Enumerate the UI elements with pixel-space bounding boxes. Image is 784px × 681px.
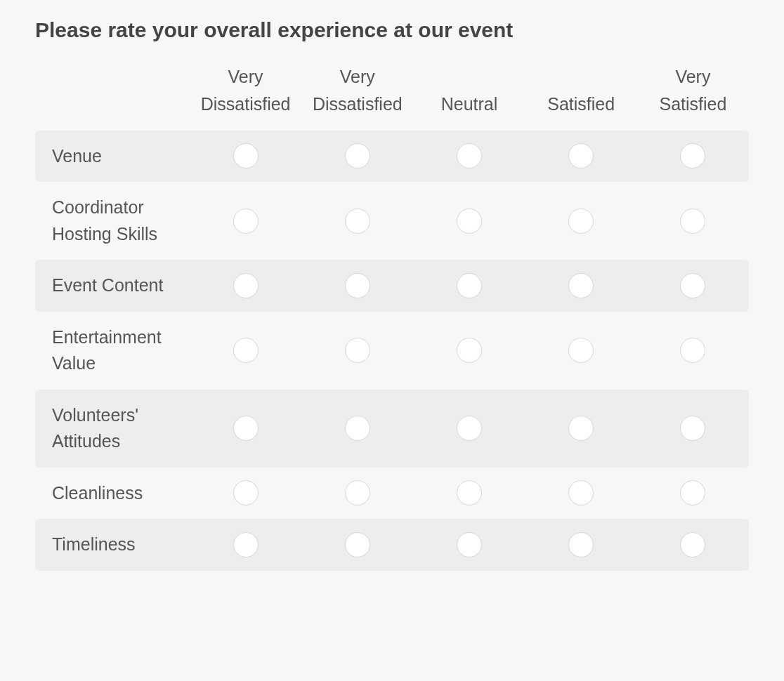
radio-button[interactable] (233, 273, 259, 298)
row-label: Cleanliness (35, 480, 190, 507)
option-cell (525, 416, 637, 441)
radio-button[interactable] (457, 209, 482, 234)
radio-button[interactable] (457, 273, 482, 298)
option-cell (301, 209, 413, 234)
option-cell (413, 209, 525, 234)
radio-button[interactable] (457, 143, 482, 168)
option-cell (525, 209, 637, 234)
radio-button[interactable] (680, 273, 705, 298)
radio-button[interactable] (568, 338, 594, 363)
column-header: Neutral (413, 91, 525, 118)
radio-button[interactable] (233, 338, 259, 363)
option-cell (190, 273, 301, 298)
radio-button[interactable] (568, 532, 594, 557)
column-header: Very Dissatisfied (190, 63, 301, 118)
option-cell (301, 273, 413, 298)
option-cell (637, 338, 749, 363)
option-cell (525, 532, 637, 557)
radio-button[interactable] (233, 532, 259, 557)
column-header: Satisfied (525, 91, 637, 118)
radio-button[interactable] (345, 338, 370, 363)
option-cell (301, 480, 413, 505)
radio-button[interactable] (680, 480, 705, 505)
radio-button[interactable] (680, 143, 705, 168)
radio-button[interactable] (457, 416, 482, 441)
matrix-row-cleanliness: Cleanliness (35, 468, 749, 520)
option-cell (525, 273, 637, 298)
option-cell (190, 143, 301, 168)
radio-button[interactable] (568, 143, 594, 168)
radio-button[interactable] (233, 143, 259, 168)
option-cell (525, 143, 637, 168)
option-cell (413, 416, 525, 441)
likert-matrix: Very Dissatisfied Very Dissatisfied Neut… (35, 63, 749, 571)
column-header: Very Dissatisfied (301, 63, 413, 118)
matrix-row-venue: Venue (35, 131, 749, 183)
option-cell (525, 338, 637, 363)
radio-button[interactable] (568, 480, 594, 505)
radio-button[interactable] (345, 480, 370, 505)
radio-button[interactable] (568, 273, 594, 298)
option-cell (301, 532, 413, 557)
radio-button[interactable] (345, 273, 370, 298)
radio-button[interactable] (568, 416, 594, 441)
option-cell (190, 416, 301, 441)
option-cell (637, 143, 749, 168)
radio-button[interactable] (345, 143, 370, 168)
row-label: Venue (35, 143, 190, 170)
radio-button[interactable] (680, 416, 705, 441)
option-cell (637, 209, 749, 234)
option-cell (637, 532, 749, 557)
matrix-row-timeliness: Timeliness (35, 519, 749, 571)
radio-button[interactable] (568, 209, 594, 234)
option-cell (637, 416, 749, 441)
radio-button[interactable] (457, 338, 482, 363)
survey-question-title: Please rate your overall experience at o… (35, 18, 749, 42)
option-cell (190, 338, 301, 363)
option-cell (637, 480, 749, 505)
radio-button[interactable] (457, 532, 482, 557)
row-label: Timeliness (35, 531, 190, 558)
option-cell (301, 143, 413, 168)
matrix-row-entertainment: Entertainment Value (35, 312, 749, 390)
radio-button[interactable] (233, 416, 259, 441)
row-label: Event Content (35, 272, 190, 299)
row-label: Volunteers' Attitudes (35, 402, 190, 455)
option-cell (413, 338, 525, 363)
option-cell (413, 480, 525, 505)
radio-button[interactable] (345, 532, 370, 557)
option-cell (413, 532, 525, 557)
option-cell (413, 143, 525, 168)
option-cell (190, 209, 301, 234)
radio-button[interactable] (457, 480, 482, 505)
option-cell (525, 480, 637, 505)
matrix-row-volunteers: Volunteers' Attitudes (35, 390, 749, 468)
matrix-row-coordinator: Coordinator Hosting Skills (35, 182, 749, 260)
option-cell (301, 416, 413, 441)
radio-button[interactable] (680, 338, 705, 363)
matrix-row-event-content: Event Content (35, 260, 749, 312)
option-cell (301, 338, 413, 363)
radio-button[interactable] (233, 209, 259, 234)
radio-button[interactable] (345, 416, 370, 441)
option-cell (190, 532, 301, 557)
matrix-header-row: Very Dissatisfied Very Dissatisfied Neut… (35, 63, 749, 118)
radio-button[interactable] (233, 480, 259, 505)
column-header: Very Satisfied (637, 63, 749, 118)
option-cell (413, 273, 525, 298)
radio-button[interactable] (345, 209, 370, 234)
radio-button[interactable] (680, 532, 705, 557)
option-cell (637, 273, 749, 298)
radio-button[interactable] (680, 209, 705, 234)
row-label: Entertainment Value (35, 324, 190, 377)
row-label: Coordinator Hosting Skills (35, 194, 190, 247)
option-cell (190, 480, 301, 505)
